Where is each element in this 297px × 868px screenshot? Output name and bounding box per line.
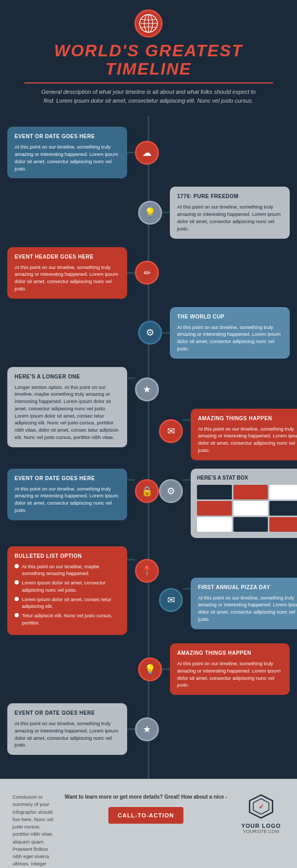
event-row-3-left: EVENT HEADER GOES HERE At this point on …	[0, 247, 159, 299]
event-card-12: EVENT OR DATE GOES HERE At this point on…	[7, 703, 127, 755]
cta-button[interactable]: CALL-TO-ACTION	[108, 807, 183, 824]
subtitle: General description of what your timelin…	[39, 88, 258, 105]
event-row-8-right: HERE'S A STAT BOX ⚙	[159, 469, 297, 538]
event-card-4: THE WORLD CUP At this point on our timel…	[170, 307, 290, 359]
bullet-item-1: At this point on our timeline, maybe som…	[15, 563, 120, 577]
logo-url: YOURSITE.COM	[243, 829, 279, 834]
card-body-11: At this point on our timeline, something…	[177, 660, 282, 689]
title-divider	[24, 82, 273, 83]
bullet-item-4: Tetur adipiscin elit. Nunc vel justo cur…	[15, 612, 120, 626]
icon-dot-12: ★	[135, 717, 159, 741]
card-body-12: At this point on our timeline, something…	[15, 720, 120, 749]
card-title-4: THE WORLD CUP	[177, 313, 282, 321]
event-card-3: EVENT HEADER GOES HERE At this point on …	[7, 247, 127, 299]
logo-circle	[134, 9, 163, 38]
card-title-11: AMAZING THINGS HAPPEN	[177, 650, 282, 657]
event-row-12-left: EVENT OR DATE GOES HERE At this point on…	[0, 703, 159, 755]
event-row-7-left: EVENT OR DATE GOES HERE At this point on…	[0, 469, 159, 520]
cta-prompt: Want to learn more or get more details? …	[65, 793, 227, 801]
card-title-10: FIRST ANNUAL PIZZA DAY	[198, 584, 297, 591]
card-body-6: At this point on our timeline, something…	[198, 425, 297, 454]
svg-text:✓: ✓	[258, 803, 264, 811]
header: WORLD'S GREATEST TIMELINE General descri…	[0, 0, 297, 116]
event-card-5: HERE'S A LONGER ONE Longer section optio…	[7, 367, 127, 447]
event-row-11-right: AMAZING THINGS HAPPEN At this point on o…	[138, 643, 297, 695]
stat-grid	[197, 485, 297, 532]
bullet-list: At this point on our timeline, maybe som…	[15, 563, 120, 626]
event-row-6-right: AMAZING THINGS HAPPEN At this point on o…	[159, 367, 297, 460]
stat-card: HERE'S A STAT BOX	[191, 469, 297, 538]
card-title-1: EVENT OR DATE GOES HERE	[15, 133, 120, 140]
footer-cta: Want to learn more or get more details? …	[65, 793, 227, 824]
icon-dot-7: 🔒	[135, 479, 159, 503]
card-title-9: BULLETED LIST OPTION	[15, 553, 120, 560]
bullet-item-2: Lorem ipsum dolor sit amet, consectur ad…	[15, 579, 120, 593]
card-title-5: HERE'S A LONGER ONE	[15, 373, 120, 381]
timeline-section: EVENT OR DATE GOES HERE At this point on…	[0, 116, 297, 779]
icon-dot-4: ⚙	[138, 321, 162, 345]
card-body-7: At this point on our timeline, something…	[15, 485, 120, 514]
card-title-12: EVENT OR DATE GOES HERE	[15, 710, 120, 717]
icon-dot-9: 📍	[135, 559, 159, 583]
event-card-2: 1776: PURE FREEDOM At this point on our …	[170, 187, 290, 238]
icon-dot-8: ⚙	[159, 479, 183, 503]
card-body-4: At this point on our timeline, something…	[177, 324, 282, 352]
card-title-3: EVENT HEADER GOES HERE	[15, 253, 120, 261]
card-body-2: At this point on our timeline, something…	[177, 203, 282, 232]
event-card-6: AMAZING THINGS HAPPEN At this point on o…	[191, 409, 297, 460]
icon-dot-3: ✏	[135, 261, 159, 285]
card-title-6: AMAZING THINGS HAPPEN	[198, 415, 297, 422]
card-title-7: EVENT OR DATE GOES HERE	[15, 475, 120, 482]
footer: Conclusion or summary of your infographi…	[0, 779, 297, 868]
event-row-10-right: FIRST ANNUAL PIZZA DAY At this point on …	[159, 546, 297, 629]
event-row-2-right: 1776: PURE FREEDOM At this point on our …	[138, 155, 297, 238]
icon-dot-5: ★	[135, 377, 159, 401]
card-body-10: At this point on our timeline, something…	[198, 594, 297, 623]
main-title: WORLD'S GREATEST TIMELINE	[10, 42, 287, 78]
event-card-9: BULLETED LIST OPTION At this point on ou…	[7, 546, 127, 635]
icon-dot-11: 💡	[138, 657, 162, 681]
footer-logo: ✓ YOUR LOGO YOURSITE.COM	[238, 793, 284, 834]
icon-dot-6: ✉	[159, 419, 183, 443]
event-card-10: FIRST ANNUAL PIZZA DAY At this point on …	[191, 578, 297, 629]
footer-conclusion: Conclusion or summary of your infographi…	[13, 793, 54, 868]
event-row-4-right: THE WORLD CUP At this point on our timel…	[138, 307, 297, 359]
icon-dot-10: ✉	[159, 588, 183, 612]
card-body-3: At this point on our timeline, something…	[15, 264, 120, 292]
card-body-5: Longer section option. At this point on …	[15, 384, 120, 441]
event-row-9-left: BULLETED LIST OPTION At this point on ou…	[0, 546, 159, 635]
card-title-2: 1776: PURE FREEDOM	[177, 193, 282, 200]
icon-dot-2: 💡	[138, 201, 162, 225]
logo-name: YOUR LOGO	[241, 823, 281, 829]
event-row-5-left: HERE'S A LONGER ONE Longer section optio…	[0, 367, 159, 447]
event-card-11: AMAZING THINGS HAPPEN At this point on o…	[170, 643, 290, 695]
logo-hex-icon: ✓	[248, 793, 274, 820]
stat-title: HERE'S A STAT BOX	[197, 475, 297, 481]
bullet-item-3: Lorem ipsum dolor sit amet, consec tetur…	[15, 596, 120, 610]
event-card-7: EVENT OR DATE GOES HERE At this point on…	[7, 469, 127, 520]
